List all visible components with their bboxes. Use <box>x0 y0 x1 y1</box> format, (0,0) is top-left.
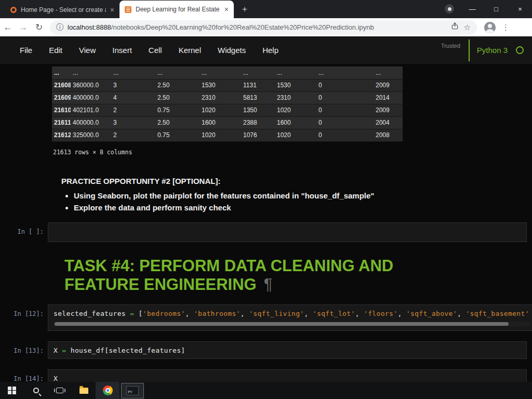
browser-menu-icon[interactable]: ⋮ <box>502 23 510 32</box>
table-cell: 2008 <box>374 129 403 141</box>
heading-line-2: FEATURE ENGINEERING¶ <box>64 275 532 294</box>
code-token: house_df[selected_features] <box>71 347 185 354</box>
anchor-pilcrow[interactable]: ¶ <box>264 275 273 294</box>
code-input[interactable]: X = house_df[selected_features] <box>48 341 527 359</box>
code-token: X <box>54 375 58 382</box>
bullet-item: Explore the data and perform sanity chec… <box>74 203 532 212</box>
table-cell: 2388 <box>241 116 275 129</box>
practice-bullets: Using Seaborn, plot the pairplot for the… <box>74 191 532 212</box>
code-token: , <box>304 310 312 317</box>
table-cell: 1530 <box>275 79 316 91</box>
code-input[interactable] <box>48 222 527 242</box>
row-index: 21608 <box>52 79 71 91</box>
table-cell: 400000.0 <box>71 91 111 104</box>
cell-prompt: In [14]: <box>0 369 48 382</box>
kernel-divider <box>469 39 470 61</box>
table-cell: 0.75 <box>155 129 200 141</box>
menu-cell[interactable]: Cell <box>149 46 162 55</box>
table-cell: ... <box>374 66 403 79</box>
code-token: X <box>54 347 62 354</box>
menu-file[interactable]: File <box>20 46 32 55</box>
profile-avatar[interactable] <box>484 22 496 33</box>
table-cell: ... <box>155 66 200 79</box>
url-text[interactable]: localhost:8888/notebooks/Deep%20Learning… <box>68 23 449 31</box>
code-token: = <box>130 310 138 317</box>
tab-close-icon[interactable]: × <box>224 6 229 13</box>
back-icon[interactable]: ← <box>0 22 16 33</box>
table-cell: 0 <box>316 91 374 104</box>
cell-prompt: In [13]: <box>0 341 48 359</box>
bookmark-star-icon[interactable]: ☆ <box>464 23 471 32</box>
python-app-taskbar-button[interactable]: PY <box>121 383 144 398</box>
close-button[interactable]: × <box>508 0 532 18</box>
browser-tab-1[interactable]: Home Page - Select or create a n× <box>5 1 119 18</box>
minimize-button[interactable]: — <box>460 0 484 18</box>
address-bar[interactable]: ⓘ localhost:8888/notebooks/Deep%20Learni… <box>50 20 477 35</box>
bullet-item: Using Seaborn, plot the pairplot for the… <box>74 191 532 200</box>
task-heading[interactable]: TASK #4: PERFORM DATA CLEANING AND FEATU… <box>64 257 532 294</box>
table-cell: 3 <box>111 116 155 129</box>
table-row: 21610402101.020.7510201350102002009 <box>52 104 403 116</box>
chrome-icon <box>103 385 113 395</box>
code-input[interactable]: selected_features = ['bedrooms', 'bathro… <box>48 304 532 331</box>
table-row: 21612325000.020.7510201076102002008 <box>52 129 403 141</box>
kernel-status-icon <box>516 46 524 54</box>
table-cell: ... <box>316 66 374 79</box>
menu-view[interactable]: View <box>79 46 96 55</box>
menu-widgets[interactable]: Widgets <box>218 46 246 55</box>
table-cell: 2.50 <box>155 91 200 104</box>
chrome-taskbar-button[interactable] <box>96 382 119 399</box>
maximize-button[interactable]: □ <box>484 0 508 18</box>
menu-edit[interactable]: Edit <box>49 46 62 55</box>
table-row: 21608360000.032.5015301131153002009 <box>52 79 403 91</box>
jupyter-notebook-favicon <box>125 6 131 13</box>
code-token: , <box>355 310 364 317</box>
table-cell: 1020 <box>200 104 241 116</box>
table-cell: ... <box>241 66 275 79</box>
table-cell: 360000.0 <box>71 79 111 91</box>
dataframe-summary: 21613 rows × 8 columns <box>53 149 532 156</box>
start-button[interactable] <box>0 382 24 399</box>
file-explorer-button[interactable] <box>72 382 96 399</box>
forward-icon[interactable]: → <box>16 22 31 33</box>
practice-markdown-cell[interactable]: PRACTICE OPPORTUNITY #2 [OPTIONAL]: Usin… <box>61 177 532 212</box>
tab-strip-tabs: Home Page - Select or create a n×Deep Le… <box>5 0 234 18</box>
code-token: 'sqft_living' <box>249 310 304 317</box>
dataframe-body: ...........................21608360000.0… <box>52 66 403 141</box>
browser-tab-2[interactable]: Deep Learning for Real Estate Pri× <box>119 1 234 18</box>
code-token: 'sqft_basement' <box>466 310 529 317</box>
task-view-button[interactable] <box>48 382 72 399</box>
site-info-icon[interactable]: ⓘ <box>56 23 63 32</box>
taskbar-search-button[interactable] <box>24 382 48 399</box>
menu-kernel[interactable]: Kernel <box>179 46 201 55</box>
code-token: , <box>397 310 406 317</box>
new-tab-button[interactable]: + <box>238 3 251 16</box>
tab-close-icon[interactable]: × <box>110 6 114 14</box>
cell-prompt: In [12]: <box>0 304 48 331</box>
profile-circle-icon[interactable] <box>445 4 454 14</box>
table-cell: 0 <box>316 116 374 129</box>
scrollbar-thumb[interactable] <box>55 322 509 326</box>
reload-icon[interactable]: ↻ <box>31 22 47 33</box>
table-cell: 2 <box>111 129 155 141</box>
code-token: = <box>62 347 70 354</box>
table-cell: 2014 <box>374 91 403 104</box>
table-row: ........................... <box>52 66 403 79</box>
share-icon[interactable] <box>451 22 459 32</box>
table-cell: 2310 <box>275 91 316 104</box>
code-input[interactable]: X <box>48 369 527 382</box>
table-cell: ... <box>111 66 155 79</box>
code-token: , <box>185 310 194 317</box>
menu-insert[interactable]: Insert <box>112 46 132 55</box>
horizontal-scrollbar[interactable] <box>54 322 529 326</box>
table-cell: 1020 <box>275 104 316 116</box>
task-view-icon <box>56 388 63 393</box>
code-token: , <box>241 310 249 317</box>
menu-help[interactable]: Help <box>262 46 278 55</box>
table-cell: 400000.0 <box>71 116 111 129</box>
row-index: 21610 <box>52 104 71 116</box>
practice-title: PRACTICE OPPORTUNITY #2 [OPTIONAL]: <box>61 177 532 185</box>
row-index: 21611 <box>52 116 71 129</box>
table-cell: 2.50 <box>155 79 200 91</box>
code-cell-12: In [12]:selected_features = ['bedrooms',… <box>0 304 532 331</box>
